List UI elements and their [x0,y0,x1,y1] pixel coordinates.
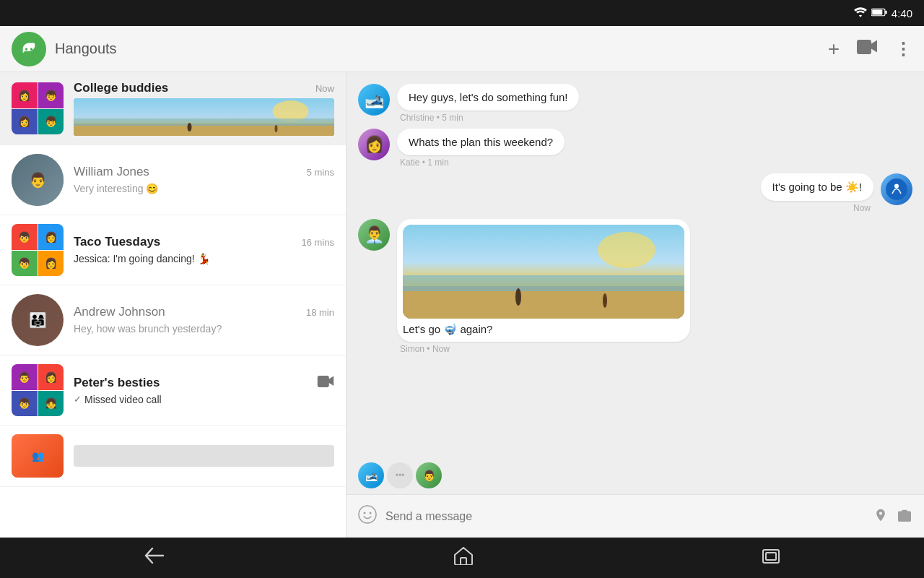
msg-bubble-text: It's going to be ☀️! [761,173,873,201]
chat-input-area [346,494,924,538]
conv-avatar-college-buddies: 👩 👦 👩 👦 [12,82,64,134]
conv-preview: Jessica: I'm going dancing! 💃 [74,253,210,264]
conversation-item[interactable]: 👩 👦 👩 👦 College buddies Now [0,72,346,145]
conv-avatar-william: 👨 [12,154,64,206]
conv-header: College buddies Now [74,81,334,95]
messages-container: 🎿 Hey guys, let's do something fun! Chri… [346,72,924,457]
wifi-icon [854,7,867,20]
conv-header: Taco Tuesdays 16 mins [74,235,334,249]
conv-header: Andrew Johnson 18 min [74,305,334,319]
beach-image-preview [74,98,334,136]
msg-meta: Katie • 1 min [397,158,565,168]
svg-rect-25 [461,558,466,565]
conversation-item[interactable]: 👨 👩 👦 👧 Peter's besties ✓ Missed video [0,355,346,426]
svg-point-24 [370,512,372,514]
svg-point-15 [598,232,655,268]
recent-apps-button[interactable] [762,548,780,568]
beach-image-msg [403,225,684,319]
conv-content: Taco Tuesdays 16 mins Jessica: I'm going… [74,235,334,265]
status-bar: 4:40 [0,0,924,26]
svg-point-5 [30,48,33,51]
msg-meta-simon: Simon • Now [397,344,690,354]
nav-bar [0,538,924,578]
conv-name: College buddies [74,81,168,95]
main-layout: 👩 👦 👩 👦 College buddies Now [0,72,924,538]
conv-header: William Jones 5 mins [74,165,334,179]
video-call-icon [317,376,334,391]
conv-content: Andrew Johnson 18 min Hey, how was brunc… [74,305,334,335]
typing-row: 🎿 ••• 👨 [346,457,924,494]
message-bubble-sent: It's going to be ☀️! Now [761,173,912,213]
conversation-item[interactable]: 👨‍👩‍👧 Andrew Johnson 18 min Hey, how was… [0,285,346,355]
msg-meta: Christine • 5 min [397,113,579,123]
conversation-item[interactable]: 👦 👩 👦 👩 Taco Tuesdays 16 mins Jessica: I… [0,215,346,285]
message-bubble: 🎿 Hey guys, let's do something fun! Chri… [358,84,829,123]
conv-time: 5 mins [307,167,334,178]
app-header: Hangouts + ⋮ [0,26,924,72]
header-actions: + ⋮ [828,38,912,61]
typing-avatar-1: 🎿 [358,462,384,488]
conv-header: Peter's besties [74,376,334,391]
svg-point-19 [603,293,607,308]
msg-content-simon: Let's go 🤿 again? Simon • Now [397,219,690,354]
app-logo [12,32,46,66]
svg-point-18 [515,288,521,306]
status-time: 4:40 [892,7,912,20]
status-icons: 4:40 [854,7,912,20]
menu-button[interactable]: ⋮ [894,39,912,59]
svg-point-13 [894,184,899,189]
home-button[interactable] [453,546,474,569]
msg-bubble-text: Whats the plan this weekend? [397,129,565,155]
conv-preview: Hey, how was brunch yesterday? [74,323,222,335]
checkmark-icon: ✓ [74,394,82,405]
message-input[interactable] [385,510,865,523]
svg-rect-2 [885,11,886,14]
message-bubble: 👨‍💼 [358,219,885,354]
conv-time: Now [315,83,334,94]
conv-content: Peter's besties ✓ Missed video call [74,376,334,405]
svg-rect-9 [74,118,334,126]
conv-preview-partial [74,445,334,467]
conv-name: Andrew Johnson [74,305,165,319]
conv-avatar-peters: 👨 👩 👦 👧 [12,364,64,416]
typing-avatars: 🎿 ••• 👨 [358,462,442,488]
msg-content: Hey guys, let's do something fun! Christ… [397,84,579,123]
svg-rect-27 [766,553,776,560]
message-bubble: 👩 Whats the plan this weekend? Katie • 1… [358,129,829,168]
msg-text-simon: Let's go 🤿 again? [403,323,684,336]
conv-name: Peter's besties [74,376,160,390]
msg-content-sent: It's going to be ☀️! Now [761,173,873,213]
svg-point-22 [359,506,376,523]
conv-preview: Missed video call [84,394,162,405]
conversation-item[interactable]: 👨 William Jones 5 mins Very interesting … [0,145,346,215]
svg-point-10 [188,123,192,131]
conv-avatar-andrew: 👨‍👩‍👧 [12,294,64,346]
battery-icon [871,7,887,19]
emoji-button[interactable] [358,505,377,528]
msg-bubble-image: Let's go 🤿 again? [397,219,690,342]
msg-avatar: 🎿 [358,84,390,116]
conv-name: Taco Tuesdays [74,235,160,249]
msg-avatar-simon: 👨‍💼 [358,219,390,251]
add-conversation-button[interactable]: + [828,38,840,61]
svg-point-23 [364,512,366,514]
location-button[interactable] [873,508,888,525]
svg-point-4 [25,48,28,51]
video-call-button[interactable] [857,40,877,58]
conv-name: William Jones [74,165,149,179]
conv-time: 16 mins [301,237,334,248]
msg-avatar: 👩 [358,129,390,160]
svg-rect-17 [403,275,684,291]
conversation-list: 👩 👦 👩 👦 College buddies Now [0,72,346,538]
typing-dots-avatar: ••• [387,462,413,488]
msg-content: Whats the plan this weekend? Katie • 1 m… [397,129,565,168]
conv-content: William Jones 5 mins Very interesting 😊 [74,165,334,195]
conv-preview: Very interesting 😊 [74,183,158,194]
app-title: Hangouts [55,40,828,57]
conversation-item[interactable]: 👥 [0,426,346,487]
back-button[interactable] [144,548,165,568]
camera-button[interactable] [897,509,912,525]
msg-meta: Now [761,203,873,213]
conv-content: College buddies Now [74,81,334,136]
typing-avatar-2: 👨 [416,462,442,488]
